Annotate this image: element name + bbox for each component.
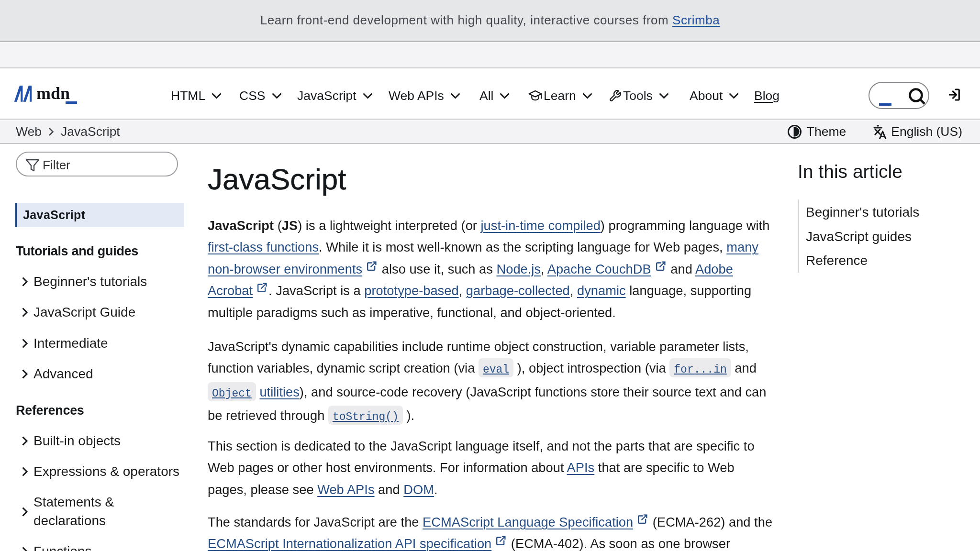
svg-text:mdn: mdn [36, 84, 70, 103]
